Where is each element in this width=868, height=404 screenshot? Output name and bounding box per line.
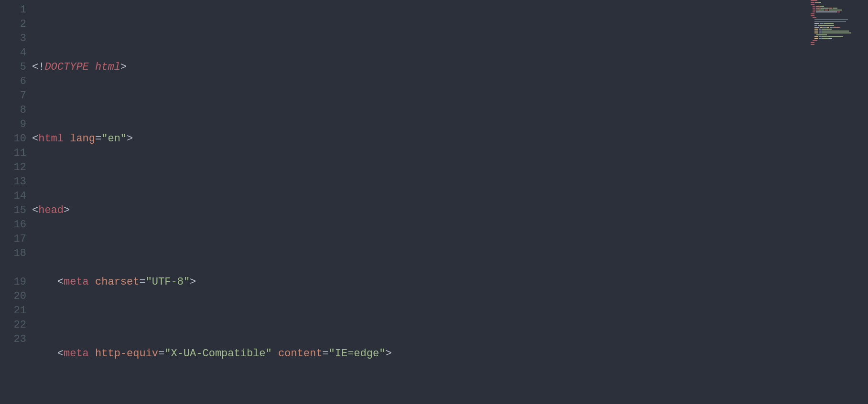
punct: = (139, 276, 145, 288)
line-number: 18 (0, 246, 26, 275)
code-line[interactable]: <!DOCTYPE html> (32, 60, 868, 74)
line-number: 9 (0, 117, 26, 132)
punct: > (190, 276, 196, 288)
punct: > (120, 61, 127, 73)
punct: > (385, 348, 391, 360)
space (89, 348, 95, 360)
punct: < (32, 204, 38, 216)
quote: " (379, 348, 385, 360)
space (64, 133, 70, 145)
line-number: 13 (0, 175, 26, 189)
punct: < (57, 348, 64, 360)
space (89, 276, 95, 288)
string: UTF-8 (152, 276, 184, 288)
quote: " (266, 348, 272, 360)
quote: " (329, 348, 335, 360)
string: IE=edge (335, 348, 379, 360)
line-number: 6 (0, 74, 26, 89)
line-number: 19 (0, 275, 26, 289)
tag: html (38, 133, 64, 145)
line-number: 11 (0, 146, 26, 160)
code-line[interactable]: <meta http-equiv="X-UA-Compatible" conte… (32, 347, 868, 361)
punct: <! (32, 61, 44, 73)
line-number: 8 (0, 103, 26, 117)
line-number: 5 (0, 60, 26, 74)
doctype-keyword: html (95, 61, 120, 73)
code-line[interactable]: <html lang="en"> (32, 132, 868, 146)
punct: > (64, 204, 70, 216)
attr: lang (70, 133, 95, 145)
line-number: 16 (0, 218, 26, 232)
tag: head (38, 204, 64, 216)
attr: charset (95, 276, 139, 288)
line-number: 4 (0, 46, 26, 60)
line-number: 20 (0, 289, 26, 304)
punct: = (95, 133, 101, 145)
space (272, 348, 278, 360)
code-editor[interactable]: 1 2 3 4 5 6 7 8 9 10 11 12 13 14 15 16 1… (0, 0, 868, 404)
doctype-keyword: DOCTYPE (44, 61, 88, 73)
string: X-UA-Compatible (171, 348, 265, 360)
line-number: 21 (0, 304, 26, 318)
line-number: 15 (0, 203, 26, 218)
line-number: 23 (0, 332, 26, 347)
attr: http-equiv (95, 348, 158, 360)
punct: < (57, 276, 64, 288)
space (89, 61, 95, 73)
quote: " (120, 133, 127, 145)
line-number: 3 (0, 32, 26, 46)
quote: " (101, 133, 108, 145)
quote: " (146, 276, 152, 288)
line-number: 10 (0, 132, 26, 146)
line-number: 12 (0, 160, 26, 175)
line-number: 7 (0, 89, 26, 103)
attr: content (278, 348, 322, 360)
code-line[interactable]: <meta charset="UTF-8"> (32, 275, 868, 289)
code-line[interactable]: <head> (32, 203, 868, 218)
code-area[interactable]: <!DOCTYPE html> <html lang="en"> <head> … (32, 0, 868, 404)
line-number: 2 (0, 17, 26, 32)
punct: = (158, 348, 164, 360)
line-number: 14 (0, 189, 26, 203)
line-number: 22 (0, 318, 26, 332)
string: en (108, 133, 120, 145)
punct: = (322, 348, 328, 360)
quote: " (184, 276, 190, 288)
punct: < (32, 133, 38, 145)
line-number: 17 (0, 232, 26, 246)
quote: " (164, 348, 171, 360)
gutter: 1 2 3 4 5 6 7 8 9 10 11 12 13 14 15 16 1… (0, 0, 32, 404)
tag: meta (64, 276, 89, 288)
line-number: 1 (0, 3, 26, 17)
punct: > (127, 133, 133, 145)
tag: meta (64, 348, 89, 360)
